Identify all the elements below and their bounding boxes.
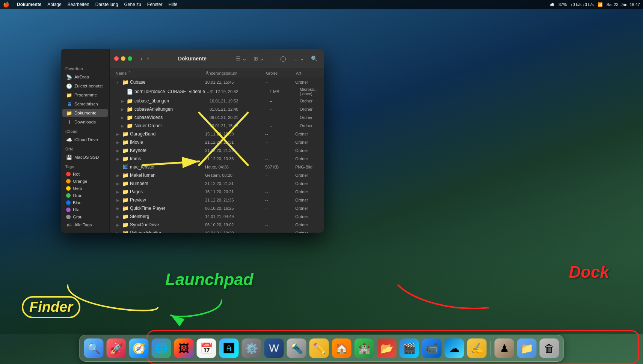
sidebar-item-programmes[interactable]: 📁 Programme <box>62 91 108 99</box>
table-row[interactable]: ▶ 📁 Keynote 21.12.20, 21:32 -- Ordner <box>110 146 323 155</box>
sidebar-item-macos-ssd[interactable]: 💾 MacOS SSD <box>62 153 108 161</box>
table-row[interactable]: ▶ 📁 Numbers 21.12.20, 21:31 -- Ordner <box>110 179 323 188</box>
table-row[interactable]: ▶ 📁 cubaseVideos 06.01.21, 20:21 -- Ordn… <box>110 113 323 122</box>
view-list-button[interactable]: ☰ ⌄ <box>234 54 249 63</box>
sidebar-item-icloud[interactable]: ☁️ iCloud Drive <box>62 135 108 144</box>
file-name: cubaseAnleitungen <box>134 107 210 112</box>
dock-app-filezilla[interactable]: 📂 <box>377 338 397 358</box>
dock-app-home[interactable]: 🏠 <box>332 338 352 358</box>
dock-app-editor[interactable]: ✍️ <box>467 338 487 358</box>
table-row[interactable]: ▶ 📁 Steinberg 14.01.21, 04:49 -- Ordner <box>110 212 323 221</box>
dock-app-onedrive[interactable]: ☁ <box>445 338 464 358</box>
table-row[interactable]: ▶ 📁 MakeHuman Gestern, 08:28 -- Ordner <box>110 171 323 179</box>
table-row[interactable]: ▶ 📁 Preview 21.12.20, 21:35 -- Ordner <box>110 196 323 204</box>
table-row[interactable]: ▶ 📁 SyncOneDrive 06.10.20, 19:02 -- Ordn… <box>110 221 323 229</box>
table-row[interactable]: ▶ 📁 QuickTime Player 06.10.20, 16:25 -- … <box>110 204 323 212</box>
file-size: -- <box>270 107 300 111</box>
action-button[interactable]: … ⌄ <box>291 54 306 63</box>
row-expander: ▶ <box>121 116 126 120</box>
table-row[interactable]: ▶ 📁 cubase_übungen 16.01.21, 19:53 -- Or… <box>110 97 323 105</box>
sidebar-item-schreibtisch[interactable]: 🖥 Schreibtisch <box>62 100 108 108</box>
back-button[interactable]: ‹ <box>139 54 144 63</box>
sidebar-tag-blau[interactable]: Blau <box>62 199 108 206</box>
table-row[interactable]: ▶ 📁 Neuer Ordner 10.01.21, 15:45 -- Ordn… <box>110 122 323 130</box>
maximize-button[interactable] <box>128 56 132 61</box>
table-row[interactable]: ▶ 📁 GarageBand 15.11.20, 15:59 -- Ordner <box>110 130 323 138</box>
col-header-date[interactable]: Änderungsdatum <box>206 71 266 75</box>
table-row[interactable]: 📄 bornToProduce_CUBASE_VideoLehrgang.doc… <box>110 86 323 97</box>
menubar-hilfe[interactable]: Hilfe <box>169 2 178 7</box>
file-date: 21.12.20, 10:36 <box>205 156 265 161</box>
share-button[interactable]: ↑ <box>269 54 275 63</box>
view-grid-button[interactable]: ⊞ ⌄ <box>252 54 266 63</box>
file-list[interactable]: ▾ 📁 Cubase 10.01.21, 15:45 -- Ordner 📄 b… <box>110 78 324 233</box>
menubar-finder[interactable]: Dokumente <box>17 2 41 7</box>
sidebar-item-recent[interactable]: 🕐 Zuletzt benutzt <box>62 82 108 90</box>
menubar-fenster[interactable]: Fenster <box>147 2 163 7</box>
dock-app-settings[interactable]: ⚙️ <box>242 338 261 358</box>
table-row[interactable]: ▶ 📁 iMovie 21.12.20, 21:31 -- Ordner <box>110 138 323 146</box>
sidebar-item-dokumente[interactable]: 📁 Dokumente <box>62 109 108 117</box>
dock-app-screenflow[interactable]: 🎬 <box>400 338 419 358</box>
table-row[interactable]: ▶ 📁 cubaseAnleitungen 01.01.21, 12:40 --… <box>110 105 323 113</box>
file-icon: 📁 <box>126 114 133 120</box>
dock-app-folder[interactable]: 📁 <box>517 338 537 358</box>
col-header-kind[interactable]: Art <box>296 71 318 75</box>
file-size: -- <box>265 231 295 233</box>
dock-app-photos[interactable]: 🖼 <box>174 338 194 358</box>
file-icon: 📄 <box>126 89 133 95</box>
sidebar-downloads-label: Downloads <box>74 120 96 124</box>
dock-app-zoom[interactable]: 📹 <box>422 338 442 358</box>
menubar-ablage[interactable]: Ablage <box>47 2 61 7</box>
dock-app-spotlight[interactable]: 🔦 <box>287 338 306 358</box>
dock-app-chrome[interactable]: 🌐 <box>152 338 171 358</box>
window-controls <box>114 56 132 61</box>
sidebar-item-airdrop[interactable]: 📡 AirDrop <box>62 73 108 81</box>
table-row[interactable]: 🖼 mac_fenster Heute, 04:36 567 KB PNG-Bi… <box>110 163 323 171</box>
dock-app-sketch[interactable]: ✏️ <box>309 338 329 358</box>
sidebar-item-downloads[interactable]: ⬇ Downloads <box>62 118 108 126</box>
file-icon: 📁 <box>122 205 128 211</box>
sidebar-tag-alle-tags[interactable]: 🏷Alle Tags … <box>62 221 108 229</box>
menubar-darstellung[interactable]: Darstellung <box>95 2 118 7</box>
file-kind: Ordner <box>295 173 317 177</box>
sort-indicator: ⌃ <box>128 71 131 75</box>
row-expander: ▶ <box>116 231 122 233</box>
dock-app-appstore[interactable]: 🅰 <box>219 338 239 358</box>
apple-menu[interactable]: 🍎 <box>3 2 9 8</box>
dock-app-launchpad[interactable]: 🚀 <box>107 338 126 358</box>
forward-button[interactable]: › <box>145 54 150 63</box>
sidebar-tag-gelb[interactable]: Gelb <box>62 185 108 192</box>
minimize-button[interactable] <box>121 56 125 61</box>
col-header-size[interactable]: Größe <box>266 71 296 75</box>
col-header-name[interactable]: Name ⌃ <box>116 71 206 75</box>
sidebar-tag-lila[interactable]: Lila <box>62 206 108 213</box>
table-row[interactable]: ▶ 📁 Pages 15.11.20, 20:21 -- Ordner <box>110 188 323 196</box>
sidebar-tag-grau[interactable]: Grau <box>62 214 108 220</box>
dock-app-calendar[interactable]: 📅 <box>197 338 216 358</box>
close-button[interactable] <box>114 56 119 61</box>
table-row[interactable]: ▾ 📁 Cubase 10.01.21, 15:45 -- Ordner <box>110 78 323 86</box>
dock-app-trash[interactable]: 🗑 <box>540 338 559 358</box>
file-size: -- <box>265 223 295 227</box>
dock-app-word[interactable]: W <box>264 338 284 358</box>
menubar-gehe-zu[interactable]: Gehe zu <box>124 2 141 7</box>
dock-app-castle[interactable]: 🏰 <box>355 338 374 358</box>
dock-app-finder[interactable]: 🔍 <box>84 338 104 358</box>
search-button[interactable]: 🔍 <box>309 54 319 63</box>
tag-button[interactable]: ◯ <box>278 54 288 63</box>
sidebar-tag-orange[interactable]: Orange <box>62 178 108 185</box>
file-date: 06.10.20, 16:25 <box>205 206 265 211</box>
file-icon: 📁 <box>126 106 133 112</box>
tag-dot-blau <box>66 200 71 205</box>
sidebar-tag-gruen[interactable]: Grün <box>62 192 108 199</box>
file-kind: Ordner <box>295 206 317 211</box>
dock-app-safari[interactable]: 🧭 <box>129 338 149 358</box>
table-row[interactable]: ▶ 📁 Imms 21.12.20, 10:36 -- Ordner <box>110 155 323 163</box>
dock-app-chess[interactable]: ♟ <box>495 338 514 358</box>
table-row[interactable]: ▶ 📁 Voltage Monitor 16.01.21, 19:20 -- O… <box>110 229 323 233</box>
menubar-bearbeiten[interactable]: Bearbeiten <box>68 2 89 7</box>
file-icon: 📁 <box>126 123 133 129</box>
file-name: cubase_übungen <box>134 98 210 104</box>
sidebar-tag-rot[interactable]: Rot <box>62 171 108 177</box>
